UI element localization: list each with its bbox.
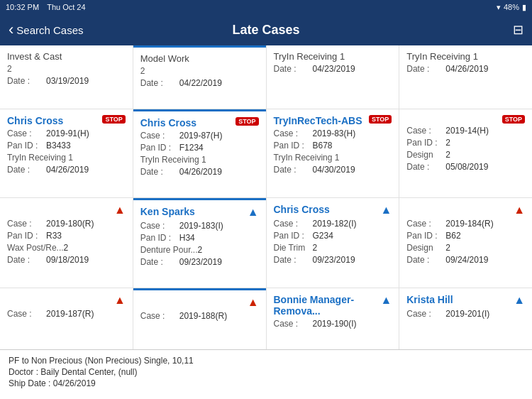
- card-data-row: Denture Pour...2: [140, 245, 259, 255]
- card-label: Pan ID :: [406, 231, 445, 241]
- card-label: Case :: [7, 129, 46, 138]
- page-title: Late Cases: [232, 23, 299, 38]
- card-header-row: TryInRecTech-ABSSTOP: [274, 115, 392, 126]
- card-header-row: Chris CrossSTOP: [7, 115, 126, 126]
- card-4[interactable]: TryIn Receiving 1Date :04/26/2019: [399, 45, 532, 109]
- card-label: 2: [7, 64, 46, 74]
- card-label: Date :: [274, 255, 313, 265]
- card-header-row: Invest & Cast: [7, 51, 126, 62]
- card-label: Case :: [7, 219, 46, 229]
- card-12[interactable]: ▲Case :2019-184(R)Pan ID :B62Design2Date…: [399, 198, 532, 288]
- card-header-row: ▲: [7, 204, 126, 217]
- card-value: 04/30/2019: [313, 165, 355, 175]
- card-label: Pan ID :: [274, 231, 313, 241]
- card-data-row: Date :04/22/2019: [140, 78, 259, 88]
- card-value: 04/26/2019: [179, 167, 222, 177]
- card-header-row: TryIn Receiving 1: [406, 51, 525, 62]
- card-label: Case :: [140, 131, 179, 141]
- card-13[interactable]: ▲Case :2019-187(R): [0, 288, 133, 349]
- card-label: Pan ID :: [406, 138, 445, 148]
- card-value: F1234: [179, 143, 204, 153]
- card-value: 09/23/2019: [313, 255, 355, 265]
- card-5[interactable]: Chris CrossSTOPCase :2019-91(H)Pan ID :B…: [0, 109, 133, 197]
- card-header-row: Krista Hill▲: [406, 294, 525, 307]
- card-name: Invest & Cast: [7, 51, 62, 62]
- wifi-icon: ▾: [497, 3, 501, 12]
- card-value: B62: [445, 231, 460, 241]
- card-label: Case :: [7, 309, 46, 319]
- card-2[interactable]: Model Work2Date :04/22/2019: [133, 45, 266, 109]
- card-value: 04/22/2019: [179, 78, 222, 88]
- card-value: H34: [179, 233, 195, 243]
- card-value: 04/26/2019: [445, 64, 488, 74]
- card-3[interactable]: TryIn Receiving 1Date :04/23/2019: [267, 45, 399, 109]
- card-header-row: ▲: [7, 294, 126, 307]
- card-name: Krista Hill: [406, 294, 453, 305]
- card-header-row: Model Work: [140, 53, 259, 64]
- card-8[interactable]: STOPCase :2019-14(H)Pan ID :2Design2Date…: [399, 109, 532, 197]
- card-data-row: Pan ID :H34: [140, 233, 259, 243]
- bottom-info-panel: PF to Non Precious (Non Precious) Single…: [0, 349, 532, 399]
- stop-badge: STOP: [235, 117, 258, 126]
- card-data-row: Case :2019-184(R): [406, 219, 525, 229]
- card-data-row: TryIn Receiving 1: [7, 153, 126, 163]
- card-label: TryIn Receiving 1: [7, 153, 73, 163]
- card-label: Pan ID :: [274, 141, 313, 151]
- card-16[interactable]: Krista Hill▲Case :2019-201(I): [399, 288, 532, 349]
- card-header-row: TryIn Receiving 1: [274, 51, 392, 62]
- card-value: 2019-180(R): [46, 219, 94, 229]
- blue-triangle-icon: ▲: [514, 294, 525, 307]
- card-value: 2: [313, 243, 318, 253]
- card-label: Date :: [406, 162, 445, 172]
- card-data-row: Case :2019-182(I): [274, 219, 392, 229]
- card-data-row: Case :2019-91(H): [7, 129, 126, 138]
- card-label: Wax Post/Re...: [7, 243, 64, 253]
- ship-date-label: Ship Date :: [9, 378, 50, 388]
- card-data-row: Design2: [406, 243, 525, 253]
- card-label: Case :: [406, 126, 445, 136]
- card-name: TryInRecTech-ABS: [274, 115, 362, 126]
- back-label: Search Cases: [16, 24, 83, 36]
- card-label: Case :: [406, 219, 445, 229]
- card-11[interactable]: Chris Cross▲Case :2019-182(I)Pan ID :G23…: [267, 198, 399, 288]
- card-value: 2019-201(I): [445, 309, 489, 319]
- card-15[interactable]: Bonnie Manager-Remova...▲Case :2019-190(…: [267, 288, 399, 349]
- status-time: 10:32 PM Thu Oct 24: [6, 3, 86, 11]
- card-header-row: ▲: [406, 204, 525, 217]
- card-data-row: Pan ID :B3433: [7, 141, 126, 151]
- main-content: Invest & Cast2Date :03/19/2019Model Work…: [0, 45, 532, 399]
- card-7[interactable]: TryInRecTech-ABSSTOPCase :2019-83(H)Pan …: [267, 109, 399, 197]
- card-label: Date :: [7, 255, 46, 265]
- blue-triangle-icon: ▲: [380, 294, 392, 307]
- stop-badge: STOP: [502, 115, 525, 124]
- card-label: Date :: [7, 165, 46, 175]
- card-data-row: Case :2019-180(R): [7, 219, 126, 229]
- card-data-row: Date :04/26/2019: [7, 165, 126, 175]
- status-bar: 10:32 PM Thu Oct 24 ▾ 48% ▮: [0, 0, 532, 14]
- card-data-row: 2: [140, 66, 259, 76]
- chevron-left-icon: [9, 22, 13, 38]
- card-9[interactable]: ▲Case :2019-180(R)Pan ID :R33Wax Post/Re…: [0, 198, 133, 288]
- card-data-row: Pan ID :2: [406, 138, 525, 148]
- card-label: Design: [406, 243, 445, 253]
- card-value: 04/23/2019: [313, 64, 355, 74]
- card-value: 2019-87(H): [179, 131, 223, 141]
- card-name: Bonnie Manager-Remova...: [274, 294, 381, 317]
- card-label: Date :: [274, 165, 313, 175]
- card-14[interactable]: ▲Case :2019-188(R): [133, 288, 266, 349]
- card-label: Case :: [274, 129, 313, 138]
- stop-badge: STOP: [369, 115, 392, 124]
- card-value: R33: [46, 231, 62, 241]
- card-data-row: Case :2019-183(I): [140, 221, 259, 231]
- card-value: B678: [313, 141, 333, 151]
- card-value: 2019-91(H): [46, 129, 89, 138]
- card-6[interactable]: Chris CrossSTOPCase :2019-87(H)Pan ID :F…: [133, 109, 266, 197]
- grid-view-button[interactable]: ⊟: [513, 22, 523, 38]
- card-10[interactable]: Ken Sparks▲Case :2019-183(I)Pan ID :H34D…: [133, 198, 266, 288]
- red-triangle-icon: ▲: [114, 204, 126, 217]
- card-1[interactable]: Invest & Cast2Date :03/19/2019: [0, 45, 133, 109]
- back-button[interactable]: Search Cases: [9, 22, 84, 38]
- card-data-row: 2: [7, 64, 126, 74]
- card-label: Die Trim: [274, 243, 313, 253]
- card-value: 2019-187(R): [46, 309, 94, 319]
